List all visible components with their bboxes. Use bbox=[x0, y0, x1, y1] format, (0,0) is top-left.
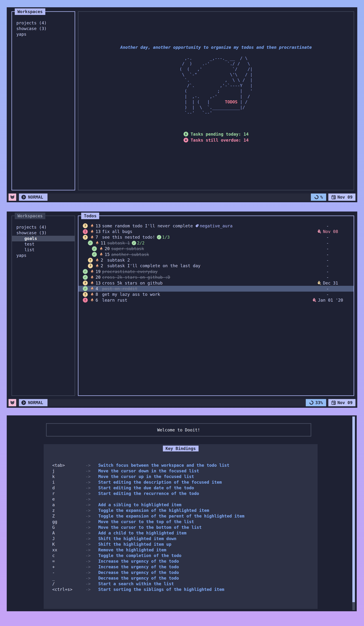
todo-row[interactable]: ?13cross 5k stars on githubDec 31 bbox=[78, 280, 354, 286]
todo-text: some random todo I'll never complete bbox=[102, 224, 193, 228]
key-bindings-panel: Key Bindings <tab>->Switch focus between… bbox=[44, 444, 318, 609]
binding-arrow: -> bbox=[86, 525, 98, 530]
workspace-item[interactable]: goals bbox=[12, 236, 75, 241]
todos-panel: Todos ?13some random todo I'll never com… bbox=[78, 216, 354, 396]
key-binding-row: z->Toggle the expansion of the highlight… bbox=[52, 508, 312, 513]
cat-icon bbox=[8, 194, 16, 201]
key-binding-row: <ctrl+s>->Start sorting the siblings of … bbox=[52, 587, 312, 592]
workspace-item[interactable]: yaps bbox=[12, 32, 75, 37]
due-empty: - bbox=[326, 292, 329, 297]
key-binding-row: k->Move the cursor up in the focused lis… bbox=[52, 474, 312, 479]
due-date: Jan 01 '20 bbox=[318, 298, 343, 303]
urgency-value: 4 bbox=[96, 286, 101, 291]
binding-key: j bbox=[52, 469, 86, 473]
key-binding-row: J->Shift the highlighted item down bbox=[52, 536, 312, 541]
overdue-status-icon: ! bbox=[83, 298, 88, 303]
binding-arrow: -> bbox=[86, 514, 98, 518]
workspace-item[interactable]: showcase (3) bbox=[12, 26, 75, 32]
binding-arrow: -> bbox=[86, 548, 98, 552]
binding-key: - bbox=[52, 570, 86, 575]
key-binding-row: j->Move the cursor down in the focused l… bbox=[52, 468, 312, 474]
status-bar: NORMAL % Nov 09 bbox=[7, 194, 357, 201]
urgency-value: 20 bbox=[96, 275, 101, 280]
due-empty: - bbox=[326, 258, 329, 263]
todo-row[interactable]: !13fix all bugsNov 08 bbox=[78, 229, 354, 234]
welcome-text: Welcome to Dooit! bbox=[157, 428, 200, 432]
mode-indicator: NORMAL bbox=[19, 399, 47, 406]
workspaces-panel-title: Workspaces bbox=[15, 8, 45, 15]
flame-urgency-icon bbox=[95, 258, 99, 263]
due-cell: - bbox=[310, 292, 345, 297]
due-cell: - bbox=[310, 241, 345, 245]
due-cell: - bbox=[310, 269, 345, 274]
tag-icon bbox=[195, 224, 199, 228]
scrollbar[interactable] bbox=[352, 417, 355, 610]
urgency-value: 11 bbox=[101, 241, 106, 245]
ascii-art-sign-post: | / bbox=[238, 100, 248, 104]
completion-indicator: 33% bbox=[306, 399, 326, 406]
binding-key: + bbox=[52, 564, 86, 569]
todo-row[interactable]: ?7see this nested todo!✓1/3- bbox=[78, 235, 354, 240]
urgency-value: 7 bbox=[96, 235, 101, 239]
binding-description: Move the cursor up in the focused list bbox=[98, 474, 194, 479]
todo-row[interactable]: ✓20cross 2k stars on github :D- bbox=[78, 274, 354, 280]
binding-description: Move the cursor down in the focused list bbox=[98, 469, 199, 473]
todo-text: cross 5k stars on github bbox=[102, 281, 163, 285]
workspace-item[interactable]: projects (4) bbox=[12, 20, 75, 26]
workspace-item[interactable]: projects (4) bbox=[12, 225, 75, 230]
due-cell: - bbox=[310, 258, 345, 263]
binding-key: G bbox=[52, 525, 86, 530]
todo-text: get my lazy ass to work bbox=[102, 292, 160, 297]
due-cell: - bbox=[310, 286, 345, 291]
due-date: Nov 08 bbox=[323, 229, 338, 234]
binding-description: Decrease the urgency of the todo bbox=[98, 570, 179, 575]
todo-row[interactable]: ?13some random todo I'll never completen… bbox=[78, 223, 354, 229]
todo-row[interactable]: ✓11subtask 1✓2/2- bbox=[78, 240, 354, 246]
binding-arrow: -> bbox=[86, 531, 98, 535]
date-indicator: Nov 09 bbox=[328, 194, 356, 201]
binding-key: = bbox=[52, 559, 86, 564]
key-bindings-list: <tab>->Switch focus between the workspac… bbox=[52, 462, 312, 592]
done-status-icon: ✓ bbox=[83, 269, 88, 274]
scrollbar-thumb[interactable] bbox=[352, 417, 355, 602]
binding-description: Toggle the completion of the todo bbox=[98, 553, 182, 558]
key-binding-row: d->Start editing the due date of the tod… bbox=[52, 485, 312, 491]
binding-key: <tab> bbox=[52, 463, 86, 468]
binding-arrow: -> bbox=[86, 474, 98, 479]
arrow-down-circle-icon bbox=[183, 138, 188, 143]
binding-arrow: -> bbox=[86, 570, 98, 575]
binding-key: r bbox=[52, 491, 86, 496]
alarm-x-icon bbox=[317, 229, 321, 234]
key-bindings-title: Key Bindings bbox=[163, 446, 198, 451]
todo-row[interactable]: ✓20super subtask- bbox=[78, 246, 354, 252]
binding-arrow: -> bbox=[86, 519, 98, 524]
todo-row[interactable]: ?2subtask I'll complete on the last day- bbox=[78, 263, 354, 269]
binding-key: z bbox=[52, 508, 86, 513]
todo-row[interactable]: !6learn rustJan 01 '20 bbox=[78, 297, 354, 303]
terminal-window-dashboard: Workspaces projects (4)showcase (3)yaps … bbox=[7, 7, 357, 202]
workspace-item[interactable]: test bbox=[12, 241, 75, 247]
done-status-icon: ✓ bbox=[92, 252, 97, 257]
workspace-item[interactable]: yaps bbox=[12, 253, 75, 258]
urgency-value: 13 bbox=[96, 229, 101, 234]
completion-indicator: % bbox=[311, 194, 326, 201]
flame-urgency-icon bbox=[90, 292, 94, 297]
todo-text: subtask 2 bbox=[107, 258, 130, 263]
due-date: Dec 31 bbox=[323, 281, 338, 285]
mode-label: NORMAL bbox=[28, 195, 43, 199]
binding-description: Increase the urgency of the todo bbox=[98, 559, 179, 564]
todo-row[interactable]: ✓4post on reddit- bbox=[78, 286, 354, 291]
binding-arrow: -> bbox=[86, 485, 98, 490]
binding-description: Toggle the expansion of the highlighted … bbox=[98, 508, 209, 513]
pending-status-icon: ? bbox=[88, 258, 93, 263]
todo-text: super subtask bbox=[111, 246, 144, 251]
binding-description: Shift the highlighted item up bbox=[98, 542, 171, 547]
key-binding-row: A->Add a child to the highlighted item bbox=[52, 530, 312, 536]
todo-row[interactable]: ✓15another subtask- bbox=[78, 252, 354, 257]
workspace-item[interactable]: list bbox=[12, 247, 75, 253]
workspace-item[interactable]: showcase (3) bbox=[12, 230, 75, 236]
due-empty: - bbox=[326, 286, 329, 291]
todo-row[interactable]: ?8get my lazy ass to work- bbox=[78, 292, 354, 297]
todo-row[interactable]: ✓19procrastinate everyday- bbox=[78, 269, 354, 274]
todo-row[interactable]: ?2subtask 2- bbox=[78, 257, 354, 263]
